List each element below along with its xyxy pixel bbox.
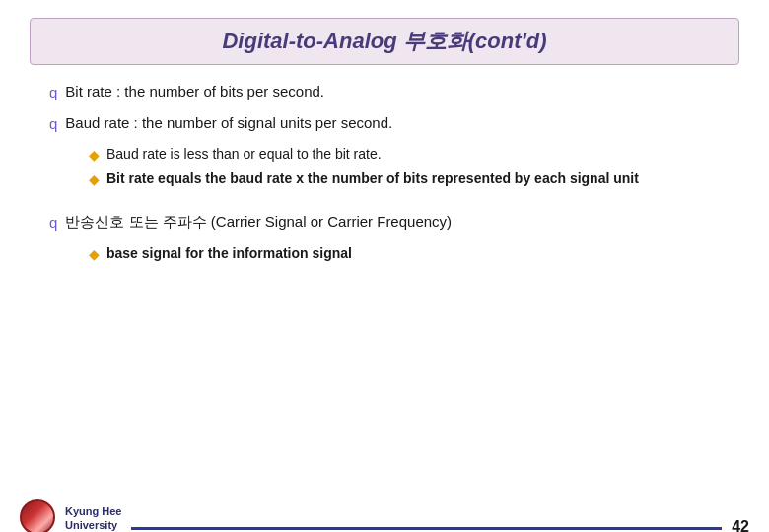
carrier-text: 반송신호 또는 주파수 (Carrier Signal or Carrier F… [65,213,452,232]
logo-area: Kyung Hee University [20,499,121,532]
diamond-icon-1: ◆ [89,147,100,163]
content-area: q Bit rate : the number of bits per seco… [0,83,769,262]
diamond-icon-2: ◆ [89,171,100,187]
baud-rate-text: Baud rate : the number of signal units p… [65,114,392,131]
sub-bullets-baud: ◆ Baud rate is less than or equal to the… [89,146,720,187]
baud-less-text: Baud rate is less than or equal to the b… [106,146,382,162]
bit-rate-text: Bit rate : the number of bits per second… [65,83,324,100]
q-marker-3: q [49,214,57,231]
slide: Digital-to-Analog 부호화(cont'd) q Bit rate… [0,18,769,532]
diamond-icon-3: ◆ [89,246,100,262]
footer: Kyung Hee University 42 [0,493,769,532]
q-marker-1: q [49,84,57,100]
bullet-bit-rate: q Bit rate : the number of bits per seco… [49,83,720,100]
bit-equals-text: Bit rate equals the baud rate x the numb… [106,170,639,186]
bullet-baud-less: ◆ Baud rate is less than or equal to the… [89,146,720,163]
university-name: Kyung Hee University [65,504,121,532]
university-logo [20,499,57,532]
slide-title: Digital-to-Analog 부호화(cont'd) [222,29,546,53]
title-bar: Digital-to-Analog 부호화(cont'd) [30,18,739,65]
logo-circle [20,499,55,532]
page-number: 42 [732,518,749,532]
bullet-bit-equals: ◆ Bit rate equals the baud rate x the nu… [89,170,720,187]
bullet-baud-rate: q Baud rate : the number of signal units… [49,114,720,132]
bullet-base-signal: ◆ base signal for the information signal [89,245,720,262]
footer-divider-line [131,527,722,530]
bullet-carrier: q 반송신호 또는 주파수 (Carrier Signal or Carrier… [49,213,720,232]
sub-bullets-carrier: ◆ base signal for the information signal [89,245,720,262]
q-marker-2: q [49,115,57,132]
base-signal-text: base signal for the information signal [106,245,352,261]
